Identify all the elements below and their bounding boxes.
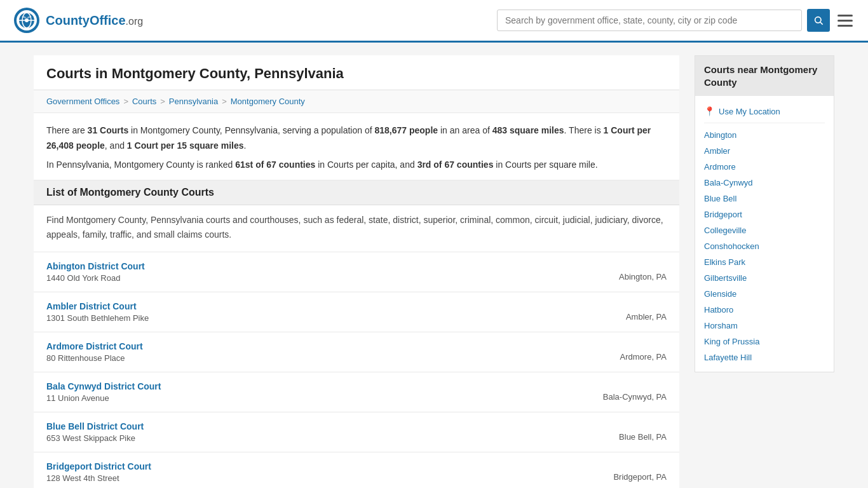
sidebar-city-link[interactable]: Elkins Park: [704, 254, 825, 270]
court-name-link[interactable]: Bala Cynwyd District Court: [46, 381, 161, 391]
search-input[interactable]: [497, 10, 802, 31]
court-city: Bridgeport, PA: [613, 472, 667, 483]
sidebar-city-link[interactable]: Conshohocken: [704, 238, 825, 254]
court-info: Ardmore District Court 80 Rittenhouse Pl…: [46, 341, 143, 363]
stats-per-sq: 1 Court per 15 square miles: [127, 140, 244, 151]
stats-area: 483 square miles: [492, 125, 564, 135]
sidebar-city-link[interactable]: Bala-Cynwyd: [704, 175, 825, 191]
sidebar-city-link[interactable]: Gilbertsville: [704, 270, 825, 286]
stats-paragraph-1: There are 31 Courts in Montgomery County…: [46, 123, 667, 154]
court-info: Ambler District Court 1301 South Bethleh…: [46, 301, 149, 323]
breadcrumb-item-courts[interactable]: Courts: [132, 97, 156, 106]
main-container: Courts in Montgomery County, Pennsylvani…: [21, 43, 847, 488]
court-address: 1440 Old York Road: [46, 273, 145, 283]
breadcrumb-sep-2: >: [160, 97, 165, 106]
court-entry: Bala Cynwyd District Court 11 Union Aven…: [34, 372, 679, 412]
stats-paragraph-2: In Pennsylvania, Montgomery County is ra…: [46, 158, 667, 173]
court-city: Ambler, PA: [626, 312, 667, 323]
court-entry: Abington District Court 1440 Old York Ro…: [34, 252, 679, 292]
court-address: 128 West 4th Street: [46, 473, 151, 483]
courts-list: Abington District Court 1440 Old York Ro…: [34, 252, 679, 488]
stats-rank-capita: 61st of 67 counties: [235, 159, 315, 170]
stats-population: 818,677 people: [374, 125, 438, 135]
content-area: Courts in Montgomery County, Pennsylvani…: [34, 55, 679, 488]
court-city: Ardmore, PA: [620, 352, 667, 363]
sidebar-city-link[interactable]: Glenside: [704, 286, 825, 302]
page-title: Courts in Montgomery County, Pennsylvani…: [34, 55, 679, 90]
court-entry: Blue Bell District Court 653 West Skippa…: [34, 412, 679, 452]
court-info: Bridgeport District Court 128 West 4th S…: [46, 461, 151, 483]
list-description: Find Montgomery County, Pennsylvania cou…: [34, 205, 679, 252]
breadcrumb-sep-1: >: [123, 97, 128, 106]
court-address: 653 West Skippack Pike: [46, 433, 144, 443]
menu-line-2: [837, 20, 853, 22]
svg-point-6: [815, 17, 821, 23]
stats-count: 31 Courts: [88, 125, 129, 135]
sidebar-city-link[interactable]: Ardmore: [704, 159, 825, 175]
breadcrumb-item-govt-offices[interactable]: Government Offices: [46, 97, 119, 106]
sidebar-city-link[interactable]: Bridgeport: [704, 207, 825, 222]
sidebar-city-link[interactable]: Blue Bell: [704, 191, 825, 207]
court-name-link[interactable]: Ardmore District Court: [46, 341, 143, 351]
site-header: CountyOffice.org: [0, 0, 868, 43]
search-button[interactable]: [807, 9, 830, 32]
stats-rank-sq: 3rd of 67 counties: [417, 159, 494, 170]
use-location-label: Use My Location: [719, 107, 780, 116]
court-city: Bala-Cynwyd, PA: [603, 392, 667, 403]
menu-line-3: [837, 25, 853, 27]
court-info: Blue Bell District Court 653 West Skippa…: [46, 421, 144, 443]
sidebar-city-link[interactable]: Abington: [704, 127, 825, 143]
sidebar-city-link[interactable]: King of Prussia: [704, 334, 825, 349]
sidebar: Courts near Montgomery County 📍 Use My L…: [695, 55, 834, 488]
search-area: [497, 9, 855, 32]
court-name-link[interactable]: Ambler District Court: [46, 301, 137, 311]
svg-line-7: [820, 22, 823, 25]
breadcrumb-item-pennsylvania[interactable]: Pennsylvania: [169, 97, 218, 106]
court-city: Blue Bell, PA: [619, 432, 667, 443]
menu-line-1: [837, 15, 853, 17]
logo-text: CountyOffice.org: [46, 13, 143, 28]
court-name-link[interactable]: Blue Bell District Court: [46, 421, 144, 431]
hamburger-menu-button[interactable]: [835, 12, 855, 29]
court-address: 1301 South Bethlehem Pike: [46, 313, 149, 323]
court-name-link[interactable]: Bridgeport District Court: [46, 461, 151, 471]
sidebar-city-link[interactable]: Collegeville: [704, 222, 825, 238]
use-my-location-link[interactable]: 📍 Use My Location: [704, 102, 825, 123]
court-address: 80 Rittenhouse Place: [46, 353, 143, 363]
court-entry: Ardmore District Court 80 Rittenhouse Pl…: [34, 332, 679, 372]
site-logo-icon: [13, 6, 41, 34]
sidebar-cities-list: AbingtonAmblerArdmoreBala-CynwydBlue Bel…: [704, 127, 825, 365]
location-pin-icon: 📍: [704, 106, 715, 116]
sidebar-content: 📍 Use My Location AbingtonAmblerArdmoreB…: [695, 96, 834, 372]
sidebar-title: Courts near Montgomery County: [695, 56, 834, 96]
sidebar-city-link[interactable]: Ambler: [704, 143, 825, 159]
logo-area: CountyOffice.org: [13, 6, 143, 34]
sidebar-box: Courts near Montgomery County 📍 Use My L…: [695, 55, 834, 372]
sidebar-city-link[interactable]: Hatboro: [704, 302, 825, 318]
court-address: 11 Union Avenue: [46, 393, 161, 403]
court-entry: Ambler District Court 1301 South Bethleh…: [34, 292, 679, 332]
sidebar-city-link[interactable]: Lafayette Hill: [704, 349, 825, 365]
court-entry: Bridgeport District Court 128 West 4th S…: [34, 452, 679, 488]
court-info: Abington District Court 1440 Old York Ro…: [46, 261, 145, 283]
court-info: Bala Cynwyd District Court 11 Union Aven…: [46, 381, 161, 403]
search-icon: [813, 15, 824, 25]
court-name-link[interactable]: Abington District Court: [46, 261, 145, 271]
breadcrumb-sep-3: >: [222, 97, 227, 106]
court-city: Abington, PA: [619, 272, 667, 283]
stats-section: There are 31 Courts in Montgomery County…: [34, 113, 679, 180]
breadcrumb: Government Offices > Courts > Pennsylvan…: [34, 90, 679, 113]
breadcrumb-item-montgomery[interactable]: Montgomery County: [231, 97, 305, 106]
svg-point-5: [25, 18, 29, 22]
sidebar-city-link[interactable]: Horsham: [704, 318, 825, 334]
list-heading: List of Montgomery County Courts: [34, 180, 679, 205]
